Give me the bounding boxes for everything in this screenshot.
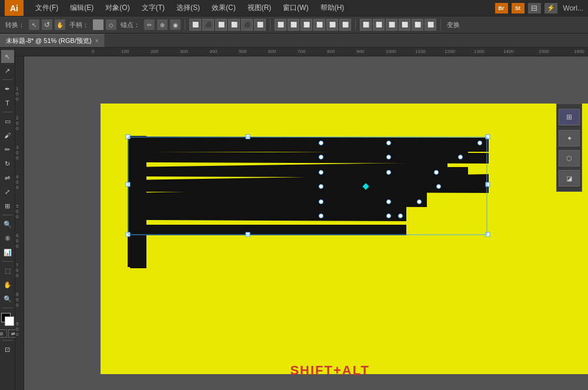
anchor-circle-btn[interactable]: ◉ — [170, 19, 181, 30]
svg-point-10 — [459, 155, 463, 159]
tool-blend[interactable]: ⑧ — [1, 232, 14, 245]
ma1-btn[interactable]: ⬜ — [360, 19, 372, 31]
ruler-mark-100: 100 — [121, 49, 129, 54]
dist6-btn[interactable]: ⬜ — [339, 19, 351, 31]
align-bottom-btn[interactable]: ⬜ — [254, 19, 266, 31]
tool-rectangle[interactable]: ▭ — [1, 115, 14, 128]
svg-point-16 — [319, 200, 323, 204]
align-right-btn[interactable]: ⬜ — [215, 19, 227, 31]
menu-effect[interactable]: 效果(C) — [207, 2, 240, 14]
ruler-mark-800: 800 — [327, 49, 335, 54]
svg-point-9 — [387, 155, 391, 159]
ruler-mark-1000: 1000 — [386, 49, 396, 54]
main-tab[interactable]: 未标题-8* @ 51% (RGB/预览) × — [0, 34, 105, 47]
handle-label: 手柄： — [68, 21, 91, 29]
rotate-tool-btn[interactable]: ↺ — [42, 19, 52, 30]
tool-mesh[interactable]: ⊞ — [1, 199, 14, 212]
ruler-mark-1500: 1500 — [539, 49, 549, 54]
bridge-btn[interactable]: Br — [495, 3, 508, 14]
canvas-content: SHIFT+ALT ⊞ ✦ ⬡ ◪ — [24, 56, 588, 390]
change-label: 变换 — [445, 21, 462, 29]
anchor-bar1-end — [478, 141, 482, 145]
menu-view[interactable]: 视图(R) — [243, 2, 276, 14]
ma4-btn[interactable]: ⬜ — [399, 19, 410, 31]
ma3-btn[interactable]: ⬜ — [386, 19, 397, 31]
artboard — [101, 104, 588, 374]
menu-text[interactable]: 文字(T) — [137, 2, 169, 14]
vmark-500: 500 — [16, 204, 18, 219]
menu-window[interactable]: 窗口(W) — [278, 2, 313, 14]
color-boxes[interactable] — [1, 313, 14, 326]
dist2-btn[interactable]: ⬜ — [288, 19, 299, 31]
background-color[interactable] — [5, 316, 14, 326]
vmark-300: 300 — [16, 145, 18, 161]
tool-sep5 — [2, 308, 13, 308]
align-middle-btn[interactable]: ⬛ — [241, 19, 253, 31]
anchor-label: 锚点： — [119, 21, 142, 29]
vmark-800: 800 — [16, 292, 18, 308]
menu-help[interactable]: 帮助(H) — [316, 2, 349, 14]
tool-paintbrush[interactable]: 🖌 — [1, 129, 14, 142]
ma6-btn[interactable]: ⬜ — [425, 19, 436, 31]
handle-type-btn[interactable]: ◇ — [106, 19, 116, 30]
ruler-mark-400: 400 — [209, 49, 217, 54]
tool-sep3 — [2, 215, 13, 215]
svg-point-20 — [387, 214, 391, 218]
share-btn[interactable]: ⚡ — [544, 3, 557, 14]
canvas-area[interactable]: 0 100 200 300 400 500 600 700 800 900 10… — [15, 48, 588, 390]
svg-marker-7 — [128, 224, 406, 235]
dist5-btn[interactable]: ⬜ — [326, 19, 338, 31]
dist1-btn[interactable]: ⬜ — [275, 19, 286, 31]
svg-point-15 — [437, 185, 441, 189]
ruler-mark-600: 600 — [268, 49, 276, 54]
anchor-bar1-r — [387, 141, 391, 145]
ma2-btn[interactable]: ⬜ — [373, 19, 385, 31]
transform-label: 转换： — [4, 21, 26, 29]
tool-artboard[interactable]: ⬚ — [1, 264, 14, 277]
handle-corner-btn[interactable] — [93, 19, 103, 30]
tool-rotate[interactable]: ↻ — [1, 157, 14, 170]
tool-zoom[interactable]: 🔍 — [1, 292, 14, 305]
menu-object[interactable]: 对象(O) — [101, 2, 134, 14]
tool-scale[interactable]: ⤢ — [1, 185, 14, 198]
anchor-pen-btn[interactable]: ✏ — [144, 19, 155, 30]
anchor-bar1-mid — [319, 141, 323, 145]
tool-hand[interactable]: ✋ — [1, 278, 14, 291]
ruler-mark-1400: 1400 — [503, 49, 514, 54]
tool-pen[interactable]: ✒ — [1, 82, 14, 95]
ma5-btn[interactable]: ⬜ — [412, 19, 423, 31]
dist3-btn[interactable]: ⬜ — [300, 19, 312, 31]
vmark-200: 200 — [16, 115, 18, 131]
tool-screens[interactable]: ⊡ — [1, 343, 14, 356]
align-center-btn[interactable]: ⬛ — [202, 19, 214, 31]
menu-edit[interactable]: 编辑(E) — [65, 2, 98, 14]
vmark-400: 400 — [16, 174, 18, 190]
align-top-btn[interactable]: ⬜ — [228, 19, 240, 31]
svg-point-17 — [387, 200, 391, 204]
tool-graph[interactable]: 📊 — [1, 246, 14, 259]
none-icon[interactable]: ⊘ — [0, 329, 7, 338]
dist4-btn[interactable]: ⬜ — [313, 19, 325, 31]
tool-mirror[interactable]: ⇌ — [1, 171, 14, 184]
workspace-btn[interactable]: ⊟ — [528, 3, 541, 14]
stock-btn[interactable]: St — [512, 3, 524, 14]
tool-eyedrop[interactable]: 🔍 — [1, 218, 14, 231]
user-name: Worl... — [563, 4, 583, 12]
menu-select[interactable]: 选择(S) — [172, 2, 205, 14]
svg-point-19 — [319, 214, 323, 218]
toolbar: 转换： ↖ ↺ ✋ 手柄： ◇ 锚点： ✏ ⊕ ◉ ⬜ ⬛ ⬜ ⬜ ⬛ ⬜ ⬜ … — [0, 16, 588, 34]
tool-direct-select[interactable]: ↗ — [1, 64, 14, 77]
svg-marker-5 — [128, 195, 427, 207]
tab-close-btn[interactable]: × — [95, 38, 99, 44]
tool-select[interactable]: ↖ — [1, 50, 14, 63]
handle-tool-btn[interactable]: ✋ — [55, 19, 65, 30]
menu-file[interactable]: 文件(F) — [31, 2, 63, 14]
anchor-convert-btn[interactable]: ⊕ — [157, 19, 168, 30]
tool-text[interactable]: T — [1, 96, 14, 109]
sep2 — [270, 19, 270, 30]
align-left-btn[interactable]: ⬜ — [189, 19, 201, 31]
more-align-group: ⬜ ⬜ ⬜ ⬜ ⬜ ⬜ — [360, 19, 436, 31]
svg-point-13 — [435, 171, 439, 175]
select-tool-btn[interactable]: ↖ — [29, 19, 39, 30]
tool-pencil[interactable]: ✏ — [1, 143, 14, 156]
